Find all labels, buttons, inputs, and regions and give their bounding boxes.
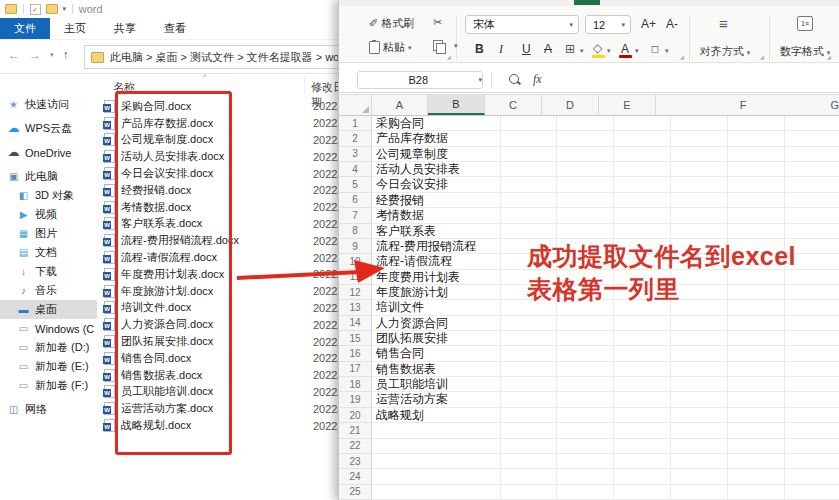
cell-e[interactable] <box>671 408 728 423</box>
cell-b[interactable] <box>501 177 557 192</box>
chevron-down-icon[interactable]: ▾ <box>63 5 67 13</box>
cell-g[interactable] <box>785 224 839 239</box>
cell-e[interactable] <box>671 254 728 269</box>
cell-f[interactable] <box>728 377 785 392</box>
cell-f[interactable] <box>728 208 785 223</box>
row-header[interactable]: 9 <box>339 239 372 254</box>
cell-e[interactable] <box>671 362 728 377</box>
cell-f[interactable] <box>728 346 785 361</box>
file-row[interactable]: 战略规划.docx 2022/ <box>104 417 345 434</box>
cell-b[interactable] <box>501 316 557 331</box>
file-row[interactable]: 公司规章制度.docx 2022/ <box>104 132 345 149</box>
file-row[interactable]: 销售数据表.docx 2022/ <box>104 367 345 384</box>
cell-g[interactable] <box>785 485 839 500</box>
cell-d[interactable] <box>614 224 671 239</box>
cell-g[interactable] <box>785 270 839 285</box>
cell-b[interactable] <box>501 392 557 407</box>
file-row[interactable]: 产品库存数据.docx 2022/ <box>104 115 345 132</box>
chevron-down-icon[interactable]: ▾ <box>607 47 611 55</box>
grow-font-button[interactable]: A+ <box>641 17 656 31</box>
cell-f[interactable] <box>728 285 785 300</box>
cell-d[interactable] <box>614 346 671 361</box>
cell-e[interactable] <box>671 116 728 131</box>
sidebar-item[interactable]: 图片 <box>0 224 97 243</box>
name-box[interactable]: B28 ▾ <box>357 71 483 89</box>
eraser-icon[interactable]: ◇ <box>647 41 663 57</box>
file-row[interactable]: 流程-费用报销流程.docx 2022/ <box>104 232 345 249</box>
formula-input[interactable] <box>554 72 834 88</box>
cell-c[interactable] <box>557 392 614 407</box>
borders-button[interactable]: ⊞ <box>565 42 575 56</box>
cell-g[interactable] <box>785 439 839 454</box>
cell-a[interactable] <box>372 439 501 454</box>
cell-c[interactable] <box>557 485 614 500</box>
explorer-tab[interactable]: 查看 <box>150 18 200 39</box>
dialog-launcher-icon[interactable]: ◢ <box>680 54 684 60</box>
alignment-group-button[interactable]: 对齐方式 ▾ <box>689 44 761 59</box>
row-header[interactable]: 4 <box>339 162 372 177</box>
cell-b[interactable] <box>501 331 557 346</box>
up-arrow-icon[interactable]: ↑ <box>63 48 69 62</box>
cell-a[interactable]: 产品库存数据 <box>372 131 501 146</box>
cell-f[interactable] <box>728 331 785 346</box>
cell-c[interactable] <box>557 300 614 315</box>
cell-g[interactable] <box>785 254 839 269</box>
cell-e[interactable] <box>671 270 728 285</box>
file-row[interactable]: 活动人员安排表.docx 2022/ <box>104 148 345 165</box>
insert-function-button[interactable]: fx <box>533 72 542 87</box>
sidebar-item[interactable]: 新加卷 (E:) <box>0 357 97 376</box>
cell-d[interactable] <box>614 147 671 162</box>
file-row[interactable]: 经费报销.docx 2022/ <box>104 182 345 199</box>
cell-f[interactable] <box>728 254 785 269</box>
copy-button[interactable]: ▾ <box>433 40 458 51</box>
cell-a[interactable] <box>372 423 501 438</box>
row-header[interactable]: 24 <box>339 469 372 484</box>
cell-f[interactable] <box>728 224 785 239</box>
history-dropdown-icon[interactable]: ▾ <box>50 51 54 59</box>
column-header[interactable]: B <box>428 95 485 115</box>
cell-f[interactable] <box>728 485 785 500</box>
cell-a[interactable]: 年度费用计划表 <box>372 270 501 285</box>
file-row[interactable]: 采购合同.docx 2022/ <box>104 98 345 115</box>
dialog-launcher-icon[interactable]: ◢ <box>447 54 451 60</box>
cut-button[interactable]: ✂ <box>433 16 442 29</box>
cell-e[interactable] <box>671 485 728 500</box>
file-row[interactable]: 客户联系表.docx 2022/ <box>104 216 345 233</box>
cell-b[interactable] <box>501 485 557 500</box>
alignment-lines-icon[interactable]: ≡ <box>719 17 728 31</box>
cell-f[interactable] <box>728 392 785 407</box>
cell-b[interactable] <box>501 162 557 177</box>
cell-g[interactable] <box>785 423 839 438</box>
back-arrow-icon[interactable]: ← <box>8 48 20 62</box>
cell-f[interactable] <box>728 147 785 162</box>
font-size-select[interactable]: 12 ▾ <box>585 15 631 34</box>
cell-c[interactable] <box>557 469 614 484</box>
explorer-tab[interactable]: 共享 <box>100 18 150 39</box>
cell-c[interactable] <box>557 423 614 438</box>
new-folder-icon[interactable] <box>46 4 58 14</box>
column-divider[interactable] <box>304 77 305 94</box>
cell-e[interactable] <box>671 423 728 438</box>
sidebar-item[interactable]: 新加卷 (F:) <box>0 376 97 395</box>
cell-d[interactable] <box>614 162 671 177</box>
file-row[interactable]: 年度费用计划表.docx 2022/ <box>104 266 345 283</box>
cell-e[interactable] <box>671 316 728 331</box>
bold-button[interactable]: B <box>475 42 484 56</box>
file-row[interactable]: 团队拓展安排.docx 2022/ <box>104 333 345 350</box>
cell-e[interactable] <box>671 285 728 300</box>
cell-e[interactable] <box>671 224 728 239</box>
cell-b[interactable] <box>501 377 557 392</box>
column-header[interactable]: E <box>599 95 656 115</box>
cell-b[interactable] <box>501 454 557 469</box>
cell-g[interactable] <box>785 300 839 315</box>
cell-e[interactable] <box>671 439 728 454</box>
row-header[interactable]: 7 <box>339 208 372 223</box>
select-all-corner[interactable] <box>339 95 372 115</box>
cell-e[interactable] <box>671 454 728 469</box>
checkmark-icon[interactable] <box>30 4 41 15</box>
row-header[interactable]: 10 <box>339 254 372 269</box>
cell-c[interactable] <box>557 116 614 131</box>
sidebar-item[interactable]: 3D 对象 <box>0 186 97 205</box>
cell-d[interactable] <box>614 208 671 223</box>
folder-icon[interactable] <box>5 4 17 14</box>
